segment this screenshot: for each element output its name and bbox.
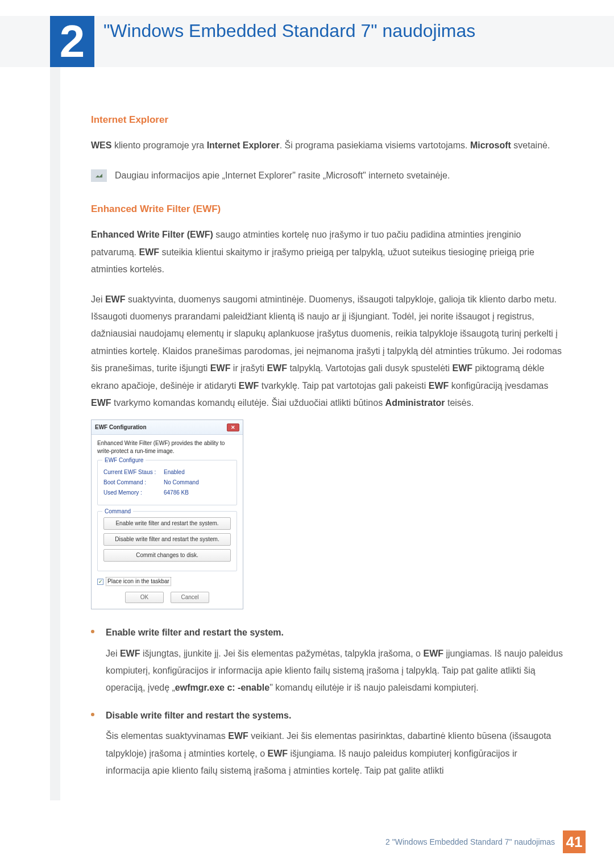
li-heading: Disable write filter and restart the sys… bbox=[106, 707, 563, 724]
dialog-titlebar: EWF Configuration ✕ bbox=[92, 420, 243, 435]
taskbar-checkbox-row[interactable]: ✓ Place icon in the taskbar bbox=[97, 577, 237, 586]
commit-button[interactable]: Commit changes to disk. bbox=[103, 549, 231, 562]
t: suaktyvinta, duomenys saugomi atmintinėj… bbox=[91, 294, 562, 373]
li-body: Disable write filter and restart the sys… bbox=[106, 707, 563, 780]
v: 64786 KB bbox=[164, 489, 189, 497]
note-text: Daugiau informacijos apie „Internet Expl… bbox=[115, 167, 450, 184]
ewf-p1: Enhanced Write Filter (EWF) saugo atmint… bbox=[91, 226, 563, 278]
chapter-number: 2 bbox=[50, 16, 94, 67]
chapter-title: "Windows Embedded Standard 7" naudojimas bbox=[103, 19, 475, 43]
note-icon bbox=[91, 169, 107, 182]
heading-internet-explorer: Internet Explorer bbox=[91, 111, 563, 129]
t: " komandų eilutėje ir iš naujo paleisdam… bbox=[269, 683, 479, 692]
t: konfigūraciją įvesdamas bbox=[449, 381, 548, 391]
cancel-button[interactable]: Cancel bbox=[171, 592, 209, 603]
note-row: Daugiau informacijos apie „Internet Expl… bbox=[91, 167, 563, 184]
page-number: 41 bbox=[563, 830, 586, 853]
disable-button[interactable]: Disable write filter and restart the sys… bbox=[103, 533, 231, 546]
t: EWF bbox=[423, 649, 443, 658]
bullet-icon bbox=[91, 713, 94, 716]
t: talpyklą. Vartotojas gali dusyk spustelė… bbox=[287, 363, 453, 373]
t: EWF bbox=[210, 363, 231, 373]
left-accent-bar bbox=[50, 16, 60, 800]
t: EWF bbox=[228, 731, 248, 741]
v: Enabled bbox=[164, 468, 185, 476]
t: EWF bbox=[267, 363, 287, 373]
t: EWF bbox=[120, 649, 140, 658]
li-body: Enable write filter and restart the syst… bbox=[106, 624, 563, 697]
t: EWF bbox=[105, 294, 126, 304]
t: Microsoft bbox=[470, 140, 511, 150]
t: Internet Explorer bbox=[207, 140, 280, 150]
t: ewfmgr.exe c: -enable bbox=[175, 683, 269, 692]
enable-button[interactable]: Enable write filter and restart the syst… bbox=[103, 517, 231, 530]
t: WES bbox=[91, 140, 111, 150]
footer-text: 2 "Windows Embedded Standard 7" naudojim… bbox=[385, 837, 555, 846]
t: kliento programoje yra bbox=[111, 140, 206, 150]
checkbox-icon[interactable]: ✓ bbox=[97, 579, 103, 585]
legend-configure: EWF Configure bbox=[102, 456, 146, 464]
li-text: Jei EWF išjungtas, įjunkite jį. Jei šis … bbox=[106, 645, 563, 697]
t: tvarkyklę. Taip pat vartotojas gali pake… bbox=[259, 381, 429, 391]
heading-ewf: Enhanced Write Filter (EWF) bbox=[91, 200, 563, 218]
v: No Command bbox=[164, 479, 199, 487]
bullet-list: Enable write filter and restart the syst… bbox=[91, 624, 563, 779]
content-area: Internet Explorer WES kliento programoje… bbox=[91, 111, 563, 790]
row-memory: Used Memory :64786 KB bbox=[103, 489, 231, 497]
checkbox-label: Place icon in the taskbar bbox=[106, 577, 171, 586]
t: Šis elementas suaktyvinamas bbox=[106, 731, 228, 741]
t: . Ši programa pasiekiama visiems vartoto… bbox=[280, 140, 470, 150]
t: EWF bbox=[429, 381, 449, 391]
legend-command: Command bbox=[102, 508, 133, 516]
t: EWF bbox=[139, 247, 159, 257]
t: EWF bbox=[268, 749, 288, 758]
ewf-dialog: EWF Configuration ✕ Enhanced Write Filte… bbox=[91, 420, 243, 609]
t: EWF bbox=[91, 398, 111, 408]
close-icon[interactable]: ✕ bbox=[227, 423, 239, 431]
t: EWF bbox=[239, 381, 259, 391]
bullet-icon bbox=[91, 630, 94, 633]
fieldset-command: Command Enable write filter and restart … bbox=[97, 511, 237, 571]
t: tvarkymo komandas komandų eilutėje. Šiai… bbox=[111, 398, 385, 408]
t: Administrator bbox=[385, 398, 445, 408]
ie-paragraph: WES kliento programoje yra Internet Expl… bbox=[91, 137, 563, 154]
li-heading: Enable write filter and restart the syst… bbox=[106, 624, 563, 641]
dialog-description: Enhanced Write Filter (EWF) provides the… bbox=[97, 439, 237, 455]
list-item: Enable write filter and restart the syst… bbox=[91, 624, 563, 697]
row-status: Current EWF Staus :Enabled bbox=[103, 468, 231, 476]
k: Used Memory : bbox=[103, 489, 160, 497]
dialog-body: Enhanced Write Filter (EWF) provides the… bbox=[92, 435, 243, 609]
dialog-footer: OK Cancel bbox=[97, 592, 237, 603]
ok-button[interactable]: OK bbox=[125, 592, 164, 603]
t: svetainė. bbox=[511, 140, 550, 150]
li-text: Šis elementas suaktyvinamas EWF veikiant… bbox=[106, 728, 563, 779]
dialog-title-text: EWF Configuration bbox=[95, 422, 147, 433]
t: Enhanced Write Filter (EWF) bbox=[91, 230, 213, 239]
t: Jei bbox=[91, 294, 105, 304]
ewf-p2: Jei EWF suaktyvinta, duomenys saugomi at… bbox=[91, 291, 563, 412]
t: Jei bbox=[106, 649, 120, 658]
list-item: Disable write filter and restart the sys… bbox=[91, 707, 563, 780]
k: Current EWF Staus : bbox=[103, 468, 160, 476]
row-boot: Boot Command :No Command bbox=[103, 479, 231, 487]
t: EWF bbox=[452, 363, 472, 373]
t: teisės. bbox=[445, 398, 474, 408]
fieldset-configure: EWF Configure Current EWF Staus :Enabled… bbox=[97, 460, 237, 505]
page-footer: 2 "Windows Embedded Standard 7" naudojim… bbox=[385, 830, 586, 853]
k: Boot Command : bbox=[103, 479, 160, 487]
t: išjungtas, įjunkite jį. Jei šis elementa… bbox=[140, 649, 423, 658]
t: ir įrašyti bbox=[230, 363, 267, 373]
